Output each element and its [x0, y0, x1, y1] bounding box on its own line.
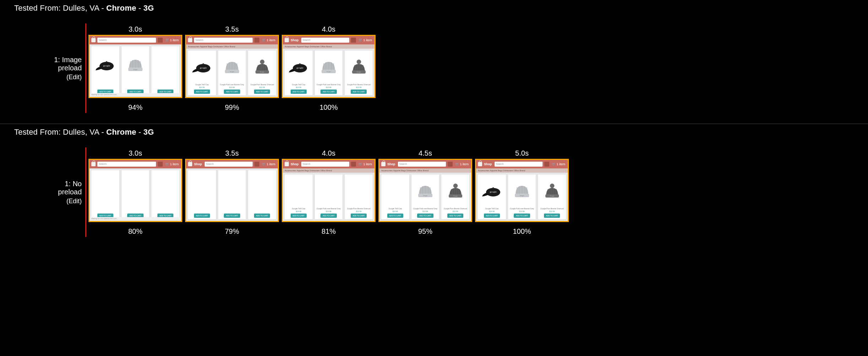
tested-from-location: Dulles, VA: [63, 128, 99, 136]
product-price: $14.99: [296, 210, 301, 213]
add-to-cart-button[interactable]: ADD TO CART: [514, 214, 530, 218]
product-name: Google Pom Beanie Charcoal: [347, 207, 371, 210]
filmstrip-frame: Search 🛒 1 item Google Twill Cap $14.99 …: [88, 35, 182, 98]
filmstrip-frame: Shop Search 🛒 1 item Accessories Apparel…: [475, 159, 569, 222]
cart-indicator[interactable]: 🛒 1 item: [165, 38, 179, 42]
product-image: [92, 48, 119, 82]
add-to-cart-button[interactable]: ADD TO CART: [194, 214, 210, 218]
add-to-cart-button[interactable]: ADD TO CART: [291, 214, 307, 218]
add-to-cart-button[interactable]: ADD TO CART: [224, 214, 240, 218]
shop-topbar: Shop Search 🛒 1 item: [186, 160, 278, 168]
cart-indicator[interactable]: 🛒 1 item: [454, 162, 469, 166]
product-card: Google Twill Cap $14.99 ADD TO CART: [91, 170, 120, 220]
edit-link[interactable]: (Edit): [66, 74, 82, 81]
product-image: [189, 172, 215, 206]
product-image: [345, 52, 372, 82]
bag-icon: [188, 38, 192, 42]
row-label: 1: No preload (Edit): [50, 147, 85, 237]
product-card: Google Twill Cap $14.99 ADD TO CART: [381, 174, 410, 220]
product-name: Google Pom Beanie Charcoal: [250, 83, 274, 86]
product-price: $14.99: [393, 210, 398, 213]
product-image: [152, 172, 179, 206]
add-to-cart-button[interactable]: ADD TO CART: [320, 214, 337, 218]
shop-topbar: Shop Search 🛒 1 item: [379, 160, 471, 168]
product-name: Google Fold-over Beanie Gray: [317, 207, 341, 210]
add-to-cart-button[interactable]: ADD TO CART: [544, 214, 560, 218]
product-image: [122, 172, 149, 206]
tested-from-location: Dulles, VA: [63, 4, 99, 12]
add-to-cart-button[interactable]: ADD TO CART: [387, 214, 404, 218]
add-to-cart-button[interactable]: ADD TO CART: [484, 214, 500, 218]
time-label: 3.0s: [129, 23, 142, 35]
product-name: Google Twill Cap: [292, 207, 305, 210]
cart-indicator[interactable]: 🛒 1 item: [551, 162, 566, 166]
product-image: [122, 48, 149, 82]
add-to-cart-button[interactable]: ADD TO CART: [351, 214, 367, 218]
filmstrip-frame: Shop Search 🛒 1 item Accessories Apparel…: [378, 159, 472, 222]
search-button-icon[interactable]: [448, 162, 453, 167]
product-name: Google Twill Cap: [292, 83, 305, 86]
product-image: [479, 176, 505, 206]
shop-topbar: Shop Search 🛒 1 item: [283, 36, 374, 44]
time-label: 4.5s: [419, 147, 432, 159]
percent-label: 100%: [513, 226, 531, 237]
search-input[interactable]: Search: [398, 162, 446, 167]
search-input[interactable]: Search: [194, 38, 253, 43]
edit-link[interactable]: (Edit): [66, 198, 82, 205]
product-grid: Google Twill Cap $14.99 ADD TO CART Goog…: [476, 173, 568, 221]
search-button-icon[interactable]: [351, 38, 356, 43]
search-button-icon[interactable]: [158, 162, 163, 167]
cart-indicator[interactable]: 🛒 1 item: [165, 162, 179, 166]
search-input[interactable]: Search: [97, 38, 156, 43]
add-to-cart-button[interactable]: ADD TO CART: [254, 90, 270, 94]
cart-indicator[interactable]: 🛒 1 item: [261, 38, 276, 42]
shop-topbar: Search 🛒 1 item: [186, 36, 278, 44]
add-to-cart-button[interactable]: ADD TO CART: [447, 214, 464, 218]
product-name: Google Fold-over Beanie Gray: [317, 83, 341, 86]
add-to-cart-button[interactable]: ADD TO CART: [417, 214, 433, 218]
shop-brand: Shop: [387, 162, 395, 166]
filmstrip-frame: Shop Search 🛒 1 item Google Twill Cap $1…: [185, 159, 279, 222]
product-card: Google Twill Cap $14.99 ADD TO CART: [284, 50, 313, 96]
add-to-cart-button[interactable]: ADD TO CART: [224, 90, 240, 94]
search-input[interactable]: Search: [301, 162, 349, 167]
product-card: Google Fold-over Beanie Gray $10.99 ADD …: [314, 174, 343, 220]
search-input[interactable]: Search: [301, 38, 349, 43]
product-image: [219, 172, 246, 206]
shop-topbar: Search 🛒 1 item: [90, 36, 181, 44]
add-to-cart-button[interactable]: ADD TO CART: [254, 214, 270, 218]
bag-icon: [91, 38, 96, 42]
search-button-icon[interactable]: [254, 38, 259, 43]
search-input[interactable]: Search: [495, 162, 543, 167]
search-input[interactable]: Search: [97, 162, 156, 167]
product-price: $10.99: [229, 86, 234, 89]
shop-brand: Shop: [484, 162, 492, 166]
search-button-icon[interactable]: [254, 162, 259, 167]
shop-brand: Shop: [194, 162, 202, 166]
cart-indicator[interactable]: 🛒 1 item: [358, 38, 373, 42]
add-to-cart-button[interactable]: ADD TO CART: [320, 90, 337, 94]
bag-icon: [478, 162, 482, 166]
add-to-cart-button[interactable]: ADD TO CART: [351, 90, 367, 94]
percent-label: 81%: [322, 226, 336, 237]
bag-icon: [381, 162, 386, 166]
search-button-icon[interactable]: [544, 162, 549, 167]
cart-indicator[interactable]: 🛒 1 item: [261, 162, 276, 166]
product-card: Google Twill Cap $14.99 ADD TO CART: [478, 174, 506, 220]
row-label: 1: Image preload (Edit): [50, 23, 85, 113]
add-to-cart-button[interactable]: ADD TO CART: [194, 90, 210, 94]
cart-indicator[interactable]: 🛒 1 item: [358, 162, 373, 166]
search-button-icon[interactable]: [158, 38, 163, 43]
product-card: Google Fold-over Beanie Gray $10.99 ADD …: [121, 46, 150, 96]
bag-icon: [91, 162, 96, 166]
frames-container: 3.0s Search 🛒 1 item Google Twill Cap $1…: [86, 147, 569, 237]
shop-topbar: Search 🛒 1 item: [90, 160, 181, 168]
tested-from-header: Tested From: Dulles, VA - Chrome - 3G: [14, 128, 868, 137]
product-name: Google Fold-over Beanie Gray: [510, 207, 534, 210]
product-grid: Google Twill Cap $14.99 ADD TO CART Goog…: [186, 168, 278, 221]
search-button-icon[interactable]: [351, 162, 356, 167]
shop-nav: Accessories Apparel Bags Drinkware Offic…: [476, 168, 568, 173]
product-card: Google Pom Beanie Charcoal $12.99 ADD TO…: [344, 174, 373, 220]
add-to-cart-button[interactable]: ADD TO CART: [291, 90, 307, 94]
search-input[interactable]: Search: [205, 162, 253, 167]
